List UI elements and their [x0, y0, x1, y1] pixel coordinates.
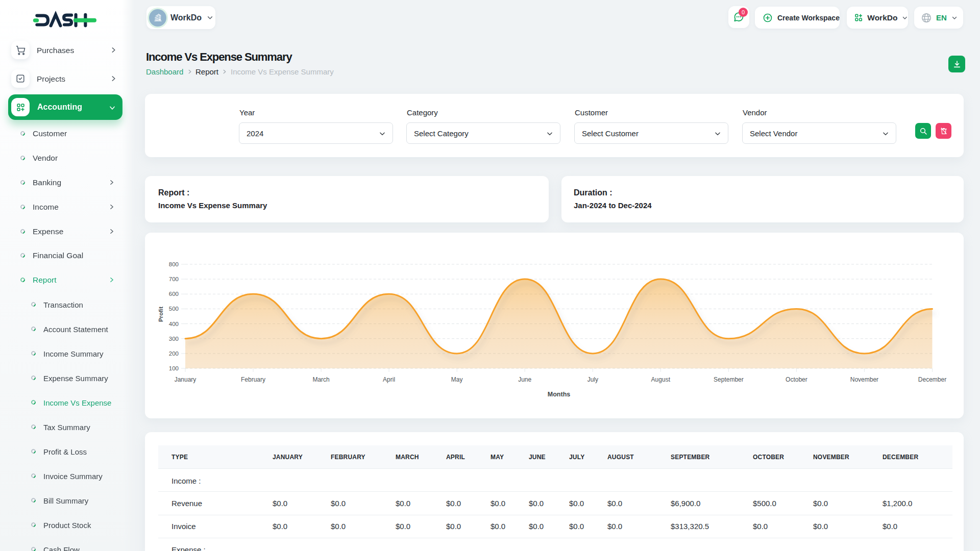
svg-text:November: November: [850, 376, 878, 383]
svg-text:May: May: [451, 376, 463, 383]
svg-text:200: 200: [169, 350, 179, 357]
svg-text:500: 500: [169, 306, 179, 312]
svg-text:June: June: [518, 376, 531, 383]
svg-text:800: 800: [169, 261, 179, 267]
svg-text:400: 400: [169, 321, 179, 327]
svg-text:Profit: Profit: [158, 307, 164, 322]
svg-text:October: October: [786, 376, 807, 383]
svg-text:300: 300: [169, 336, 179, 342]
svg-text:100: 100: [169, 365, 179, 371]
svg-text:March: March: [312, 376, 329, 383]
svg-text:February: February: [241, 376, 265, 383]
svg-text:December: December: [918, 376, 946, 383]
svg-text:700: 700: [169, 276, 179, 282]
svg-text:September: September: [714, 376, 744, 383]
svg-text:April: April: [383, 376, 395, 383]
svg-text:January: January: [175, 376, 197, 383]
svg-text:August: August: [651, 376, 671, 383]
svg-text:July: July: [587, 376, 598, 383]
svg-text:600: 600: [169, 291, 179, 297]
svg-text:Months: Months: [548, 391, 570, 398]
